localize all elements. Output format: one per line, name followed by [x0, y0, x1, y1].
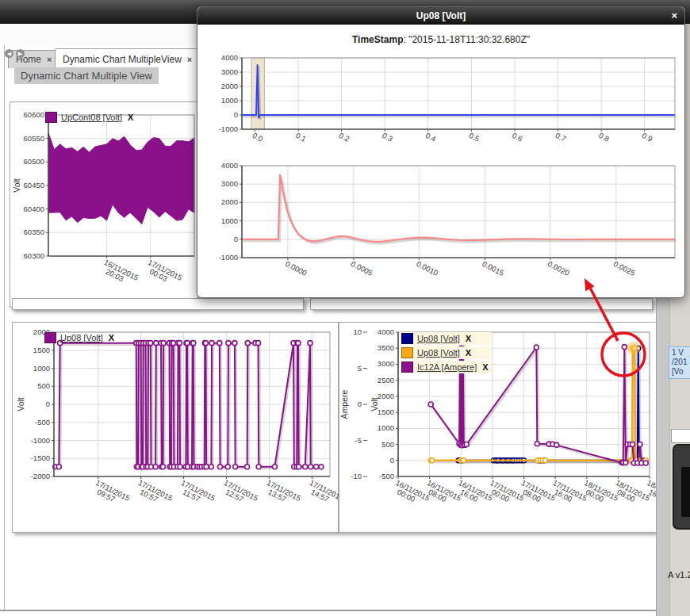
svg-text:0: 0	[358, 400, 362, 408]
svg-text:Volt: Volt	[12, 178, 21, 193]
chart-container-upcont08: UpCont08 [Volt]X 60600605506050060450604…	[10, 101, 198, 308]
legend-remove-button[interactable]: X	[482, 362, 488, 372]
svg-text:60450: 60450	[24, 181, 44, 189]
svg-text:0.2: 0.2	[338, 131, 351, 143]
svg-text:0.9: 0.9	[641, 131, 654, 143]
svg-text:60600: 60600	[24, 110, 44, 119]
svg-text:-2000: -2000	[31, 472, 50, 480]
svg-text:1000: 1000	[378, 423, 394, 432]
svg-text:3000: 3000	[221, 67, 238, 76]
svg-text:-1500: -1500	[31, 453, 50, 462]
dialog-close-button[interactable]: ×	[671, 10, 677, 22]
svg-text:5: 5	[358, 364, 362, 373]
svg-text:0.7: 0.7	[554, 131, 568, 143]
chart-container-multi-series: Up08 [Volt]XUp08 [Volt]XIc12A [Ampere]X …	[339, 322, 660, 533]
svg-text:Volt: Volt	[16, 397, 25, 411]
version-text: A v1.2.19	[668, 570, 690, 580]
panel-bottom-border	[0, 610, 669, 611]
up08-chart-canvas[interactable]: 2000150010005000-500-1000-1500-200017/11…	[14, 324, 335, 527]
svg-text:10: 10	[353, 327, 362, 336]
svg-text:0.0000: 0.0000	[284, 259, 309, 277]
legend-swatch-icon	[401, 362, 413, 373]
svg-text:0.1: 0.1	[294, 131, 308, 143]
nav-prev-button[interactable]: ◀	[5, 49, 13, 58]
svg-text:1500: 1500	[378, 407, 394, 416]
svg-text:-5: -5	[355, 436, 362, 445]
dialog-zoom-chart-canvas[interactable]: 40003000200010000-10000.00000.00050.0010…	[205, 161, 678, 296]
svg-text:Ampere: Ampere	[339, 389, 349, 419]
dialog-up08-volt: Up08 [Volt] × TimeStamp: "2015-11-18T11:…	[197, 6, 685, 298]
page-title: Dynamic Chart Multiple View	[14, 67, 159, 84]
legend-swatch-icon	[45, 112, 57, 123]
svg-text:60300: 60300	[24, 251, 44, 260]
svg-text:60500: 60500	[24, 157, 44, 166]
legend-remove-button[interactable]: X	[109, 333, 114, 342]
multi-series-chart-canvas[interactable]: 40003500300025002000150010005000-50016/1…	[341, 324, 656, 527]
svg-text:1000: 1000	[221, 216, 238, 225]
dialog-title-bar[interactable]: Up08 [Volt]	[197, 7, 684, 25]
clipped-panel-edge	[671, 429, 690, 443]
legend-remove-button[interactable]: X	[466, 348, 471, 358]
svg-text:-500: -500	[379, 472, 394, 480]
legend-item: Up08 [Volt]X	[44, 332, 114, 343]
chart-legend: Up08 [Volt]XUp08 [Volt]XIc12A [Ampere]X	[400, 332, 492, 375]
svg-text:0.8: 0.8	[597, 131, 611, 143]
legend-swatch-icon	[401, 347, 413, 358]
tooltip-line: /201	[672, 358, 690, 367]
svg-text:0.0010: 0.0010	[415, 259, 439, 277]
svg-text:4000: 4000	[378, 327, 394, 336]
svg-text:0.0: 0.0	[251, 131, 264, 143]
hidden-chart-container-edge-left	[12, 298, 304, 310]
svg-text:500: 500	[381, 440, 394, 449]
chevron-right-icon: ▶	[18, 51, 22, 56]
upcont08-chart-canvas[interactable]: 6060060550605006045060400603506030016/11…	[12, 104, 196, 305]
chart-legend: UpCont08 [Volt]X	[45, 112, 133, 124]
tooltip-line: 1 V	[672, 348, 690, 358]
chart-tooltip: 1 V /201 [Vo	[669, 346, 690, 379]
svg-text:-1000: -1000	[31, 436, 50, 445]
legend-series-label[interactable]: Ic12A [Ampere]	[417, 362, 477, 372]
legend-remove-button[interactable]: X	[466, 334, 471, 343]
legend-remove-button[interactable]: X	[128, 113, 133, 122]
panel-left-border	[4, 45, 5, 610]
chart-legend: Up08 [Volt]X	[44, 332, 114, 345]
svg-text:0.0025: 0.0025	[612, 259, 637, 277]
svg-text:500: 500	[37, 381, 50, 390]
svg-text:-1000: -1000	[219, 253, 238, 262]
chevron-left-icon: ◀	[7, 51, 11, 56]
svg-text:3000: 3000	[378, 359, 394, 368]
clipped-dark-window	[673, 444, 690, 530]
timestamp-value: "2015-11-18T11:30:32.680Z"	[408, 34, 530, 45]
dialog-overview-chart-canvas[interactable]: 40003000200010000-10000.00.10.20.30.40.5…	[205, 53, 678, 156]
svg-text:4000: 4000	[221, 53, 238, 62]
timestamp-line: TimeStamp: "2015-11-18T11:30:32.680Z"	[202, 34, 680, 45]
legend-swatch-icon	[44, 332, 56, 343]
svg-text:2000: 2000	[378, 392, 394, 400]
clipped-dark-window-content	[681, 467, 690, 517]
legend-series-label[interactable]: Up08 [Volt]	[60, 333, 103, 342]
svg-text:1000: 1000	[221, 96, 238, 105]
legend-series-label[interactable]: UpCont08 [Volt]	[61, 113, 122, 122]
svg-text:1500: 1500	[33, 346, 50, 354]
svg-text:60400: 60400	[24, 205, 44, 213]
svg-text:0.3: 0.3	[381, 131, 394, 143]
legend-item: Up08 [Volt]X	[400, 332, 492, 345]
nav-next-button[interactable]: ▶	[16, 49, 25, 58]
legend-item: Ic12A [Ampere]X	[400, 361, 492, 373]
tab-dynamic-chart-multipleview[interactable]: Dynamic Chart MultipleView ×	[55, 48, 200, 69]
svg-text:3000: 3000	[221, 179, 238, 188]
svg-text:2500: 2500	[378, 376, 394, 385]
tab-home-close-icon[interactable]: ×	[47, 55, 52, 63]
tab-dcmv-close-icon[interactable]: ×	[187, 55, 192, 63]
hidden-chart-container-edge-right	[310, 298, 653, 310]
legend-series-label[interactable]: Up08 [Volt]	[417, 348, 460, 358]
svg-text:0: 0	[46, 400, 50, 408]
legend-series-label[interactable]: Up08 [Volt]	[417, 334, 460, 343]
svg-text:1000: 1000	[33, 364, 50, 373]
dialog-body: TimeStamp: "2015-11-18T11:30:32.680Z" 40…	[197, 25, 684, 296]
legend-swatch-icon	[401, 333, 413, 344]
application-window: Home × Dynamic Chart MultipleView × ◀ ▶ …	[0, 0, 690, 616]
legend-item: Up08 [Volt]X	[400, 346, 492, 359]
svg-text:0: 0	[234, 235, 238, 243]
svg-text:-10: -10	[351, 472, 362, 480]
